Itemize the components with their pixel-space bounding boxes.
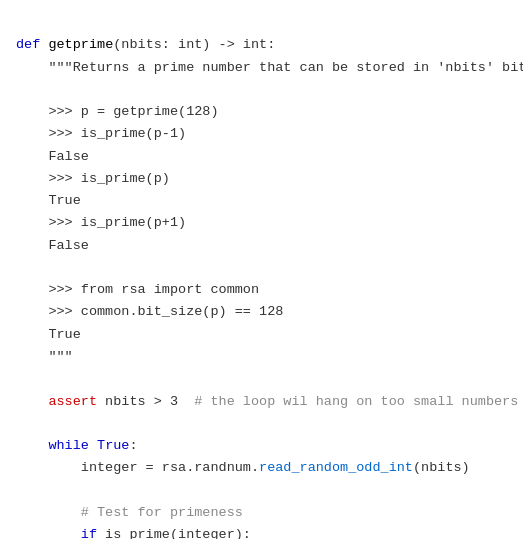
line-prompt5: >>> from rsa import common: [16, 282, 259, 297]
code-block: def getprime(nbits: int) -> int: """Retu…: [16, 12, 507, 539]
line-assert: assert nbits > 3 # the loop wil hang on …: [16, 394, 518, 409]
line-prompt3: >>> is_prime(p): [16, 171, 170, 186]
line-docstring-start: """Returns a prime number that can be st…: [16, 60, 523, 75]
line-prompt1: >>> p = getprime(128): [16, 104, 219, 119]
line-if: if is_prime(integer):: [16, 527, 251, 539]
line-while: while True:: [16, 438, 138, 453]
line-false2: False: [16, 238, 89, 253]
line-prompt4: >>> is_prime(p+1): [16, 215, 186, 230]
line-prompt2: >>> is_prime(p-1): [16, 126, 186, 141]
line-true2: True: [16, 327, 81, 342]
line-def: def getprime(nbits: int) -> int:: [16, 37, 275, 52]
code-container: def getprime(nbits: int) -> int: """Retu…: [0, 0, 523, 539]
line-integer: integer = rsa.randnum.read_random_odd_in…: [16, 460, 470, 475]
line-comment1: # Test for primeness: [16, 505, 243, 520]
line-docstring-end: """: [16, 349, 73, 364]
line-false1: False: [16, 149, 89, 164]
line-true1: True: [16, 193, 81, 208]
line-prompt6: >>> common.bit_size(p) == 128: [16, 304, 283, 319]
